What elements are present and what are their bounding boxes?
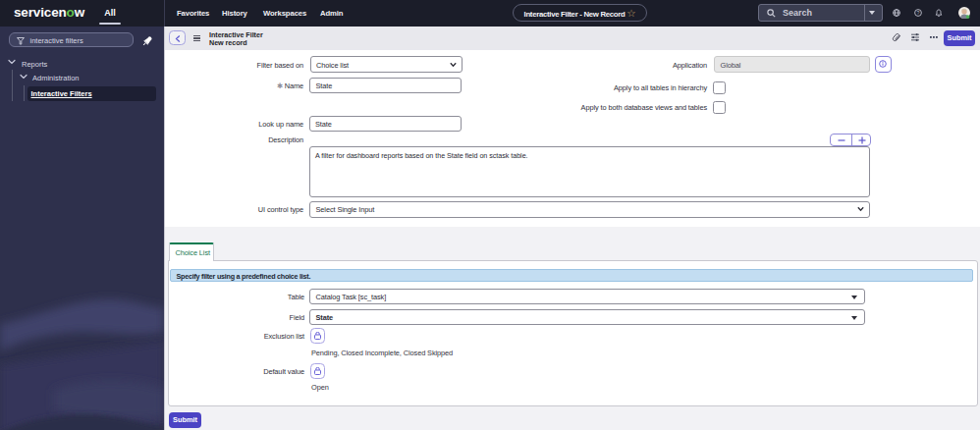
svg-text:?: ? bbox=[917, 10, 920, 16]
